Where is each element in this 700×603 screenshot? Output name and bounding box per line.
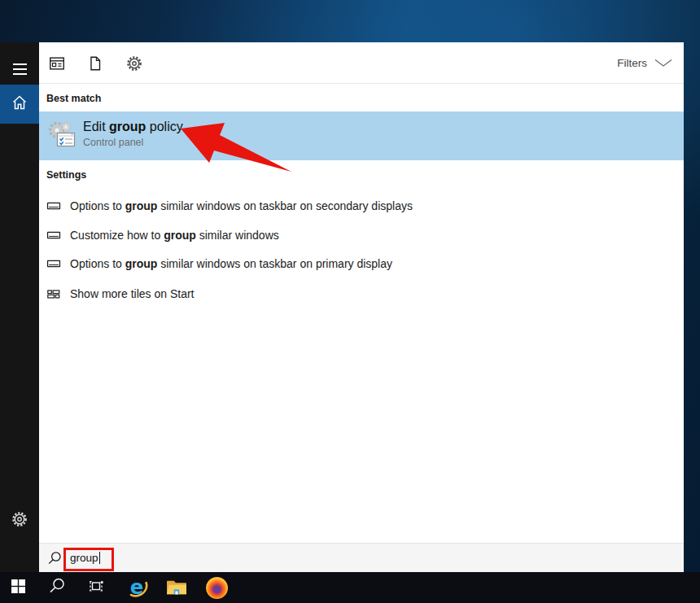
filters-dropdown[interactable]: Filters [617, 42, 672, 84]
best-match-header: Best match [46, 93, 101, 104]
svg-text:e: e [130, 575, 144, 599]
setting-result-row[interactable]: Options to group similar windows on task… [39, 195, 684, 216]
setting-result-row[interactable]: Show more tiles on Start [39, 283, 684, 304]
setting-result-label: Options to group similar windows on task… [70, 199, 413, 212]
settings-section-header: Settings [46, 169, 86, 181]
settings-filter-icon[interactable] [125, 55, 143, 72]
setting-result-label: Show more tiles on Start [70, 287, 195, 300]
result-title: Edit group policy [83, 118, 183, 135]
result-text: Edit group policy Control panel [83, 118, 183, 148]
internet-explorer-icon[interactable]: e [120, 572, 153, 603]
result-edit-group-policy[interactable]: Edit group policy Control panel [39, 111, 684, 160]
sidebar-item-settings[interactable] [0, 501, 39, 540]
chevron-down-icon [654, 56, 672, 71]
file-explorer-icon[interactable] [160, 572, 193, 603]
home-icon [10, 93, 29, 116]
menu-button[interactable] [0, 50, 39, 89]
taskbar-setting-icon [46, 199, 61, 213]
search-filter-bar: Filters [39, 42, 684, 84]
sidebar-item-home[interactable] [0, 85, 39, 124]
hamburger-icon [13, 63, 27, 75]
search-results-panel: Filters Best match [39, 42, 684, 572]
start-sidebar [0, 42, 39, 572]
taskbar-setting-icon [46, 256, 61, 271]
search-icon [48, 577, 66, 598]
firefox-orb [206, 577, 228, 599]
task-view-icon [86, 576, 106, 599]
setting-result-label: Customize how to group similar windows [70, 229, 279, 242]
result-subtitle: Control panel [83, 137, 183, 148]
text-cursor [99, 552, 100, 564]
documents-filter-icon[interactable] [86, 55, 104, 72]
setting-result-row[interactable]: Options to group similar windows on task… [39, 253, 684, 274]
start-button[interactable] [2, 572, 34, 603]
taskbar: e [0, 572, 700, 603]
taskbar-search-button[interactable] [41, 572, 73, 603]
search-input[interactable]: group [39, 543, 684, 572]
taskbar-setting-icon [46, 228, 61, 243]
search-icon [47, 551, 62, 566]
firefox-icon[interactable] [200, 572, 233, 603]
windows-logo-icon [11, 579, 25, 596]
group-policy-editor-icon [46, 120, 77, 151]
apps-filter-icon[interactable] [48, 55, 66, 72]
search-query-text: group [70, 552, 100, 564]
filters-label: Filters [617, 57, 647, 69]
gear-icon [11, 510, 28, 531]
task-view-button[interactable] [80, 572, 112, 603]
tiles-setting-icon [46, 286, 61, 301]
setting-result-label: Options to group similar windows on task… [70, 257, 392, 270]
setting-result-row[interactable]: Customize how to group similar windows [39, 225, 684, 246]
